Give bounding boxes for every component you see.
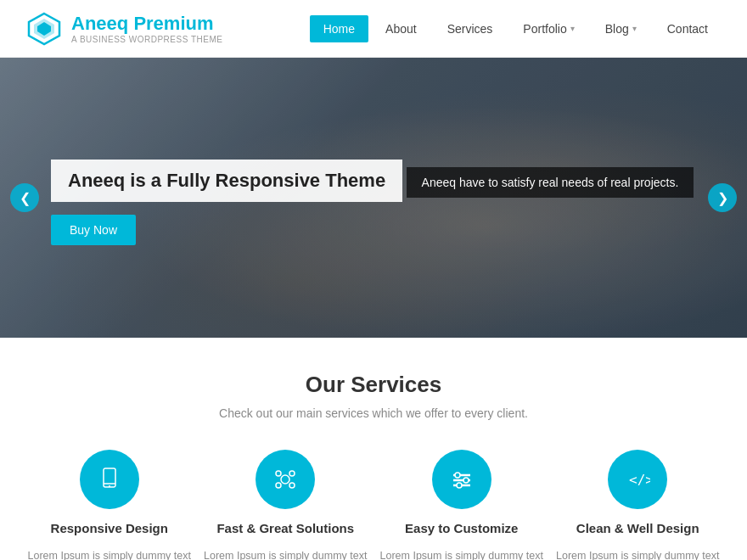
service-desc-responsive: Lorem Ipsum is simply dummy text of the …	[25, 547, 194, 560]
svg-point-8	[289, 471, 295, 476]
logo-title: Aneeq Premium	[71, 13, 222, 35]
service-name-solutions: Fast & Great Solutions	[216, 521, 354, 535]
responsive-icon	[80, 450, 139, 509]
hero-content: Aneeq is a Fully Responsive Theme Aneeq …	[51, 160, 747, 245]
hero-section: ❮ ❯ Aneeq is a Fully Responsive Theme An…	[0, 58, 747, 338]
hero-title: Aneeq is a Fully Responsive Theme	[68, 170, 385, 192]
logo-icon	[25, 10, 63, 48]
svg-point-5	[109, 485, 110, 487]
service-name-responsive: Responsive Design	[51, 521, 168, 535]
hero-title-box: Aneeq is a Fully Responsive Theme	[51, 160, 402, 202]
customize-icon	[432, 450, 491, 509]
logo-subtitle: A Business Wordpress Theme	[71, 35, 222, 44]
service-desc-customize: Lorem Ipsum is simply dummy text of the …	[378, 547, 546, 560]
logo: Aneeq Premium A Business Wordpress Theme	[25, 10, 222, 48]
hero-subtitle: Aneeq have to satisfy real needs of real…	[422, 176, 679, 189]
main-nav: Home About Services Portfolio▾ Blog▾ Con…	[310, 15, 722, 42]
services-section: Our Services Check out our main services…	[0, 338, 747, 560]
solutions-icon	[256, 450, 315, 509]
nav-home[interactable]: Home	[310, 15, 368, 42]
svg-text:</>: </>	[629, 472, 650, 488]
svg-point-15	[463, 478, 469, 483]
service-card-solutions: Fast & Great Solutions Lorem Ipsum is si…	[202, 450, 370, 560]
svg-point-9	[276, 483, 281, 488]
service-card-design: </> Clean & Well Design Lorem Ipsum is s…	[554, 450, 722, 560]
hero-prev-button[interactable]: ❮	[10, 183, 39, 212]
service-desc-solutions: Lorem Ipsum is simply dummy text of the …	[202, 547, 370, 560]
services-grid: Responsive Design Lorem Ipsum is simply …	[25, 450, 722, 560]
services-subtitle: Check out our main services which we off…	[25, 406, 722, 420]
site-header: Aneeq Premium A Business Wordpress Theme…	[0, 0, 747, 58]
svg-point-14	[455, 473, 460, 478]
service-card-responsive: Responsive Design Lorem Ipsum is simply …	[25, 450, 194, 560]
services-title: Our Services	[25, 372, 722, 398]
svg-point-6	[281, 475, 289, 484]
service-card-customize: Easy to Customize Lorem Ipsum is simply …	[378, 450, 546, 560]
nav-portfolio[interactable]: Portfolio▾	[509, 15, 587, 42]
nav-contact[interactable]: Contact	[654, 15, 722, 42]
svg-point-7	[276, 471, 281, 476]
svg-point-10	[289, 483, 295, 488]
service-name-design: Clean & Well Design	[576, 521, 699, 535]
nav-blog[interactable]: Blog▾	[592, 15, 650, 42]
design-icon: </>	[608, 450, 667, 509]
svg-point-16	[457, 483, 462, 488]
hero-cta-button[interactable]: Buy Now	[51, 215, 136, 245]
service-name-customize: Easy to Customize	[405, 521, 518, 535]
service-desc-design: Lorem Ipsum is simply dummy text of the …	[554, 547, 722, 560]
hero-subtitle-box: Aneeq have to satisfy real needs of real…	[407, 167, 694, 198]
nav-about[interactable]: About	[372, 15, 430, 42]
nav-services[interactable]: Services	[434, 15, 507, 42]
hero-next-button[interactable]: ❯	[708, 183, 737, 212]
